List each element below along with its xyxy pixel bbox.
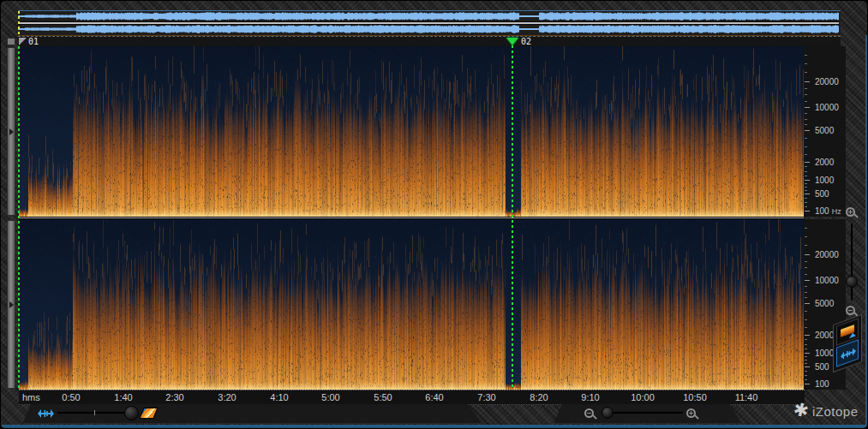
right-edge-accent [865, 35, 867, 425]
waveform-view-icon [841, 346, 856, 361]
freq-minor-tick [805, 190, 807, 191]
freq-minor-tick [805, 363, 807, 364]
freq-tick [805, 162, 810, 163]
freq-tick [805, 335, 810, 336]
time-unit-label: hms [22, 392, 40, 402]
rx-window: 01 02 2000010000500020001000500100Hz 200… [0, 0, 868, 429]
freq-minor-tick [805, 319, 807, 320]
view-toggle-stack [833, 314, 862, 372]
freq-minor-tick [805, 360, 807, 360]
time-tick-label: 10:00 [631, 392, 655, 402]
blend-slider-knob[interactable] [124, 406, 139, 420]
channel-scrollbar-bottom[interactable] [7, 220, 15, 389]
time-tick-label: 5:50 [374, 392, 392, 402]
freq-tick [805, 211, 810, 212]
freq-tick-label: 5000 [815, 299, 834, 308]
right-arrow-icon [9, 128, 14, 135]
overview-waveform-canvas[interactable] [18, 11, 839, 35]
freq-minor-tick [805, 349, 807, 349]
freq-minor-tick [805, 379, 807, 380]
freq-minor-tick [805, 339, 807, 340]
freq-tick-label: 20000 [815, 77, 839, 86]
freq-tick-label: 10000 [815, 103, 839, 112]
v-zoom-out-button[interactable] [846, 306, 855, 315]
marker-flag-icon[interactable] [19, 38, 27, 45]
freq-minor-tick [805, 138, 807, 139]
freq-tick-label: 10000 [815, 276, 839, 285]
h-zoom-panel [554, 404, 746, 424]
logo-text: iZotope [812, 404, 859, 419]
h-zoom-in-button[interactable] [686, 408, 696, 418]
freq-tick [805, 280, 810, 281]
marker-02-label: 02 [521, 37, 531, 46]
marker-02-line [512, 40, 513, 390]
freq-minor-tick [805, 124, 807, 125]
magnifier-minus-icon [587, 413, 591, 414]
freq-tick-label: 500 [815, 189, 829, 199]
waveform-overview-panel[interactable] [18, 10, 841, 36]
freq-minor-tick [805, 375, 807, 376]
spectrogram-channel-left[interactable] [19, 46, 804, 217]
freq-minor-tick [805, 55, 807, 56]
time-tick-label: 9:10 [581, 392, 599, 402]
freq-minor-tick [805, 206, 807, 207]
marker-01-label: 01 [28, 37, 39, 46]
freq-minor-tick [805, 292, 807, 293]
freq-minor-tick [805, 297, 807, 298]
v-zoom-slider-knob[interactable] [846, 276, 858, 288]
channel-scrollbar-top[interactable] [7, 47, 15, 216]
scrollbar-cap [7, 38, 15, 45]
freq-tick [805, 194, 810, 194]
freq-minor-tick [805, 327, 807, 328]
freq-tick [805, 107, 810, 108]
magnifier-plus-icon [850, 210, 851, 214]
freq-minor-tick [805, 311, 807, 312]
v-zoom-slider-track[interactable] [851, 223, 853, 301]
izotope-asterisk-logo: ✱ [792, 398, 811, 421]
freq-minor-tick [805, 166, 807, 167]
time-tick-label: 10:50 [683, 392, 707, 402]
freq-minor-tick [805, 171, 807, 172]
time-axis: hms 0:501:402:303:204:105:005:506:407:30… [19, 390, 805, 405]
freq-minor-tick [805, 176, 807, 176]
freq-minor-tick [805, 356, 807, 357]
freq-tick [805, 180, 810, 181]
freq-tick [805, 366, 810, 367]
h-zoom-out-button[interactable] [584, 408, 594, 418]
freq-minor-tick [805, 344, 807, 345]
freq-minor-tick [805, 274, 807, 275]
branding: ✱ iZotope [793, 400, 866, 422]
v-zoom-in-button[interactable] [846, 207, 855, 217]
freq-minor-tick [805, 72, 807, 73]
h-zoom-slider-track[interactable] [603, 412, 683, 414]
time-tick-label: 11:40 [735, 392, 758, 402]
freq-minor-tick [805, 146, 807, 147]
time-tick-label: 0:50 [62, 392, 80, 402]
freq-minor-tick [805, 183, 807, 184]
freq-tick-label: 1000 [815, 176, 834, 185]
freq-tick [805, 303, 810, 304]
freq-tick-label: 2000 [815, 158, 834, 167]
freq-tick [805, 384, 810, 384]
freq-tick [805, 130, 810, 131]
time-tick-label: 6:40 [425, 392, 443, 402]
spectrogram-blend-icon [139, 408, 158, 419]
spectrogram-channel-right[interactable] [19, 219, 804, 390]
freq-tick-label: 100Hz [815, 206, 841, 216]
freq-tick [805, 254, 810, 255]
freq-minor-tick [805, 63, 807, 64]
h-zoom-slider-knob[interactable] [602, 407, 614, 419]
selection-start-line-overview [18, 11, 20, 36]
blend-slider-center-tick [94, 410, 95, 415]
time-tick-label: 7:30 [477, 392, 495, 402]
time-tick-label: 4:10 [270, 392, 288, 402]
freq-tick-label: 20000 [815, 250, 839, 259]
freq-minor-tick [805, 119, 807, 120]
freq-minor-tick [805, 202, 807, 203]
freq-minor-tick [805, 267, 807, 268]
freq-minor-tick [805, 228, 807, 229]
freq-tick-label: 1000 [815, 349, 834, 358]
freq-minor-tick [805, 88, 807, 89]
freq-minor-tick [805, 261, 807, 262]
freq-tick-label: 100 [815, 379, 829, 389]
